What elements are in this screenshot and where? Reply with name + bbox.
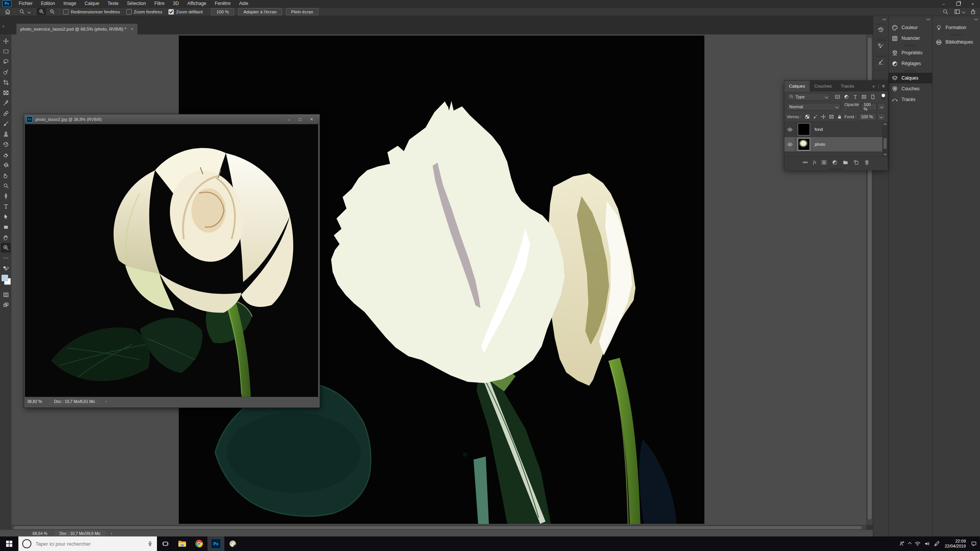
panel-menu-icon[interactable]: ≡ bbox=[882, 83, 885, 89]
menu-fichier[interactable]: Fichier bbox=[15, 0, 37, 7]
menu-aide[interactable]: Aide bbox=[235, 0, 252, 7]
add-adjustment-icon[interactable] bbox=[832, 160, 838, 165]
fill-dropdown-icon[interactable] bbox=[877, 113, 885, 121]
lock-all-icon[interactable] bbox=[837, 114, 842, 119]
menu-edition[interactable]: Edition bbox=[37, 0, 59, 7]
zoom-level[interactable]: 68,54 % bbox=[33, 531, 47, 536]
panel-nuancier[interactable]: Nuancier bbox=[889, 33, 932, 44]
new-group-icon[interactable] bbox=[843, 160, 848, 165]
menu-3d[interactable]: 3D bbox=[169, 0, 183, 7]
fullscreen-button[interactable]: Plein écran bbox=[286, 8, 319, 15]
opacity-field[interactable]: 100 % bbox=[861, 103, 877, 111]
status-expand-icon[interactable]: › bbox=[106, 399, 107, 404]
swap-colors-icon[interactable] bbox=[1, 264, 11, 274]
visibility-toggle[interactable] bbox=[784, 122, 795, 137]
floating-maximize-button[interactable]: □ bbox=[294, 115, 306, 124]
panel-reglages[interactable]: Réglages bbox=[889, 58, 932, 69]
new-layer-icon[interactable] bbox=[853, 160, 859, 165]
search-icon[interactable] bbox=[942, 9, 949, 15]
layer-thumbnail[interactable] bbox=[798, 123, 810, 135]
hidden-icons-chevron[interactable] bbox=[908, 542, 911, 546]
frame-tool[interactable] bbox=[1, 88, 11, 98]
link-layers-icon[interactable] bbox=[802, 160, 808, 165]
layer-row-photo[interactable]: photo bbox=[784, 137, 888, 152]
panel-formation[interactable]: Formation bbox=[933, 22, 980, 33]
toolbar-grip[interactable] bbox=[1, 30, 10, 31]
brush-tool[interactable] bbox=[1, 119, 11, 129]
dodge-tool[interactable] bbox=[1, 181, 11, 191]
chrome-icon[interactable] bbox=[191, 536, 207, 551]
panel-resize-grip[interactable] bbox=[784, 168, 888, 170]
eraser-tool[interactable] bbox=[1, 150, 11, 160]
menu-image[interactable]: Image bbox=[59, 0, 80, 7]
search-input[interactable] bbox=[35, 541, 128, 547]
file-explorer-icon[interactable] bbox=[174, 536, 191, 551]
filter-adjustment-icon[interactable] bbox=[844, 94, 849, 99]
window-restore-button[interactable] bbox=[951, 0, 965, 7]
path-selection-tool[interactable] bbox=[1, 212, 11, 222]
dock-collapse-icon[interactable]: «« bbox=[889, 16, 932, 22]
zoom-100-button[interactable]: 100 % bbox=[211, 8, 234, 15]
fit-screen-button[interactable]: Adapter à l'écran bbox=[238, 8, 282, 15]
clone-stamp-tool[interactable] bbox=[1, 129, 11, 139]
floating-minimize-button[interactable]: – bbox=[283, 115, 294, 124]
history-panel-icon[interactable] bbox=[873, 22, 888, 38]
marquee-tool[interactable] bbox=[1, 47, 11, 56]
hand-tool[interactable] bbox=[1, 233, 11, 242]
history-brush-tool[interactable] bbox=[1, 140, 11, 149]
workspace-switcher[interactable] bbox=[954, 8, 965, 15]
lock-pixels-icon[interactable] bbox=[813, 114, 818, 119]
filter-image-icon[interactable] bbox=[835, 94, 840, 99]
dock-collapse-icon[interactable]: «« bbox=[873, 16, 888, 22]
floating-window-titlebar[interactable]: Ps photo_lasso2.jpg @ 38,8% (RVB/8) – □ … bbox=[24, 114, 320, 124]
menu-affichage[interactable]: Affichage bbox=[183, 0, 211, 7]
floating-window-canvas[interactable] bbox=[25, 124, 318, 397]
microphone-icon[interactable] bbox=[147, 541, 153, 547]
lock-position-icon[interactable] bbox=[821, 114, 826, 119]
filter-smartobject-icon[interactable] bbox=[870, 94, 875, 99]
opacity-dropdown-icon[interactable] bbox=[877, 103, 885, 111]
volume-icon[interactable] bbox=[924, 541, 930, 547]
toolbar-collapse-icon[interactable]: » bbox=[2, 24, 5, 28]
smudge-tool[interactable] bbox=[1, 171, 11, 180]
layer-row-fond[interactable]: fond bbox=[784, 122, 888, 137]
dock-collapse-icon[interactable]: «« bbox=[933, 16, 980, 22]
fill-field[interactable]: 100 % bbox=[858, 113, 877, 121]
zoom-windows-checkbox[interactable]: Zoom fenêtres bbox=[126, 9, 168, 15]
panel-bibliotheques[interactable]: Bibliothèques bbox=[933, 37, 980, 47]
document-tab[interactable]: photo_exercice_lasso2.psd @ 68,5% (photo… bbox=[16, 24, 137, 34]
healing-brush-tool[interactable] bbox=[1, 109, 11, 118]
tab-close-icon[interactable]: × bbox=[131, 26, 134, 32]
pen-tool[interactable] bbox=[1, 191, 11, 201]
zoom-out-button[interactable] bbox=[47, 8, 57, 15]
edit-toolbar-icon[interactable] bbox=[1, 253, 11, 263]
layer-thumbnail[interactable] bbox=[798, 138, 810, 150]
visibility-toggle[interactable] bbox=[784, 137, 795, 152]
pen-icon[interactable] bbox=[934, 541, 940, 547]
paint-icon[interactable] bbox=[224, 536, 241, 551]
panel-traces[interactable]: Tracés bbox=[889, 94, 932, 105]
lock-transparency-icon[interactable] bbox=[805, 114, 810, 119]
filter-shape-icon[interactable] bbox=[861, 94, 867, 99]
floating-zoom-level[interactable]: 38,82 % bbox=[27, 399, 42, 404]
brush-settings-panel-icon[interactable] bbox=[873, 38, 888, 54]
window-minimize-button[interactable]: – bbox=[936, 0, 951, 7]
type-tool[interactable] bbox=[1, 202, 11, 211]
home-button[interactable] bbox=[3, 8, 12, 15]
panel-couleur[interactable]: Couleur bbox=[889, 22, 932, 33]
tab-calques[interactable]: Calques bbox=[784, 81, 810, 91]
chevron-down-icon[interactable] bbox=[28, 10, 31, 13]
quick-mask-button[interactable] bbox=[1, 290, 11, 300]
photoshop-taskbar-icon[interactable]: Ps bbox=[207, 536, 224, 551]
shape-tool[interactable] bbox=[1, 222, 11, 232]
menu-filtre[interactable]: Filtre bbox=[150, 0, 169, 7]
blend-mode-select[interactable]: Normal bbox=[787, 103, 841, 111]
move-tool[interactable] bbox=[1, 36, 11, 46]
menu-fenetre[interactable]: Fenêtre bbox=[211, 0, 235, 7]
menu-texte[interactable]: Texte bbox=[103, 0, 123, 7]
panel-couches[interactable]: Couches bbox=[889, 83, 932, 94]
lock-artboard-icon[interactable] bbox=[829, 114, 834, 119]
photoshop-logo[interactable]: Ps bbox=[2, 0, 11, 7]
brushes-panel-icon[interactable] bbox=[873, 54, 888, 70]
zoom-tool-preset[interactable] bbox=[17, 8, 26, 15]
